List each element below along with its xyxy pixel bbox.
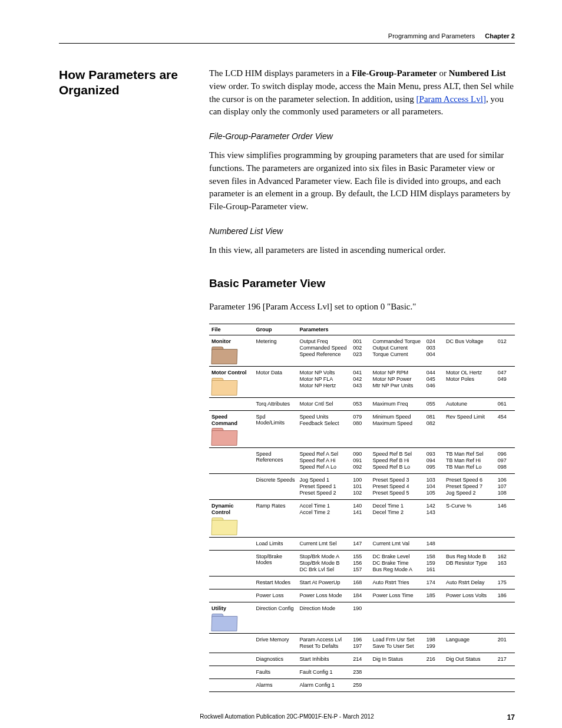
group-cell: Restart Modes: [253, 577, 297, 589]
param-name-cell: Dig In Status: [371, 653, 424, 666]
param-num-cell: [424, 678, 444, 691]
param-name-cell: [371, 666, 424, 678]
table-row: Drive MemoryParam Access LvlReset To Def…: [209, 633, 515, 653]
param-name-cell: Auto Rstrt Delay: [444, 577, 495, 589]
param-num-cell: 184: [351, 589, 370, 602]
table-row: Motor ControlMotor DataMotor NP VoltsMot…: [209, 367, 515, 398]
param-num-cell: 090091092: [351, 448, 370, 474]
param-num-cell: 140141: [351, 500, 370, 538]
param-num-cell: 079080: [351, 410, 370, 448]
folder-icon: [211, 428, 237, 444]
param-num-cell: 012: [495, 335, 515, 367]
group-cell: Speed References: [253, 448, 297, 474]
param-num-cell: 201: [495, 633, 515, 653]
param-name-cell: Param Access LvlReset To Defalts: [297, 633, 351, 653]
param-num-cell: 093094095: [424, 448, 444, 474]
param-name-cell: S-Curve %: [444, 500, 495, 538]
page-header: Programming and Parameters Chapter 2: [59, 32, 515, 44]
numbered-list-body: In this view, all parameters are listed …: [209, 244, 515, 257]
file-cell: [209, 538, 253, 551]
header-chapter: Chapter 2: [485, 32, 515, 39]
param-num-cell: 044045046: [424, 367, 444, 398]
param-name-cell: Maximum Freq: [371, 397, 424, 410]
param-num-cell: 100101102: [351, 474, 370, 500]
table-row: AlarmsAlarm Config 1259: [209, 678, 515, 691]
file-label: Motor Control: [211, 370, 251, 376]
param-access-lvl-link[interactable]: [Param Access Lvl]: [416, 94, 486, 104]
table-row: Restart ModesStart At PowerUp168Auto Rst…: [209, 577, 515, 589]
param-num-cell: 142143: [424, 500, 444, 538]
param-name-cell: [371, 602, 424, 634]
param-name-cell: Decel Time 1Decel Time 2: [371, 500, 424, 538]
group-cell: Stop/Brake Modes: [253, 551, 297, 577]
param-num-cell: 148: [424, 538, 444, 551]
group-cell: Power Loss: [253, 589, 297, 602]
file-cell: Dynamic Control: [209, 500, 253, 538]
file-cell: [209, 474, 253, 500]
param-name-cell: [444, 678, 495, 691]
param-name-cell: Preset Speed 6Preset Speed 7Jog Speed 2: [444, 474, 495, 500]
file-cell: [209, 448, 253, 474]
param-name-cell: [444, 666, 495, 678]
param-num-cell: 190: [351, 602, 370, 634]
param-name-cell: Speed UnitsFeedback Select: [297, 410, 351, 448]
file-cell: [209, 653, 253, 666]
param-num-cell: [495, 678, 515, 691]
param-name-cell: Start At PowerUp: [297, 577, 351, 589]
param-name-cell: Preset Speed 3Preset Speed 4Preset Speed…: [371, 474, 424, 500]
table-row: Load LimitsCurrent Lmt Sel147Current Lmt…: [209, 538, 515, 551]
param-num-cell: 168: [351, 577, 370, 589]
param-num-cell: 217: [495, 653, 515, 666]
param-num-cell: 047049: [495, 367, 515, 398]
parameters-table: File Group Parameters MonitorMeteringOut…: [209, 324, 515, 692]
param-num-cell: 147: [351, 538, 370, 551]
param-name-cell: TB Man Ref SelTB Man Ref HiTB Man Ref Lo: [444, 448, 495, 474]
param-num-cell: 155156157: [351, 551, 370, 577]
param-name-cell: Rev Speed Limit: [444, 410, 495, 448]
table-row: Dynamic ControlRamp RatesAccel Time 1Acc…: [209, 500, 515, 538]
file-cell: Utility: [209, 602, 253, 634]
th-file: File: [209, 324, 253, 335]
param-name-cell: DC Bus Voltage: [444, 335, 495, 367]
param-num-cell: 259: [351, 678, 370, 691]
folder-icon: [211, 347, 237, 363]
param-num-cell: 216: [424, 653, 444, 666]
param-name-cell: Load Frm Usr SetSave To User Set: [371, 633, 424, 653]
param-name-cell: Speed Ref B SelSpeed Ref B HiSpeed Ref B…: [371, 448, 424, 474]
param-name-cell: Stop/Brk Mode AStop/Brk Mode BDC Brk Lvl…: [297, 551, 351, 577]
param-name-cell: Motor OL HertzMotor Poles: [444, 367, 495, 398]
table-row: Discrete SpeedsJog Speed 1Preset Speed 1…: [209, 474, 515, 500]
param-num-cell: [495, 602, 515, 634]
footer-text: Rockwell Automation Publication 20C-PM00…: [200, 713, 374, 720]
numbered-list-heading: Numbered List View: [209, 226, 515, 236]
param-num-cell: 454: [495, 410, 515, 448]
file-label: Monitor: [211, 338, 251, 345]
param-name-cell: Motor NP RPMMotor NP PowerMtr NP Pwr Uni…: [371, 367, 424, 398]
param-name-cell: Fault Config 1: [297, 666, 351, 678]
group-cell: Motor Data: [253, 367, 297, 398]
group-cell: Spd Mode/Limits: [253, 410, 297, 448]
param-num-cell: 198199: [424, 633, 444, 653]
file-cell: [209, 397, 253, 410]
group-cell: Torq Attributes: [253, 397, 297, 410]
param-name-cell: Start Inhibits: [297, 653, 351, 666]
intro-paragraph: The LCD HIM displays parameters in a Fil…: [209, 67, 515, 118]
param-name-cell: Output FreqCommanded SpeedSpeed Referenc…: [297, 335, 351, 367]
table-row: Speed CommandSpd Mode/LimitsSpeed UnitsF…: [209, 410, 515, 448]
param-name-cell: Speed Ref A SelSpeed Ref A HiSpeed Ref A…: [297, 448, 351, 474]
param-num-cell: 186: [495, 589, 515, 602]
basic-param-caption: Parameter 196 [Param Access Lvl] set to …: [209, 301, 515, 314]
table-row: DiagnosticsStart Inhibits214Dig In Statu…: [209, 653, 515, 666]
param-num-cell: 196197: [351, 633, 370, 653]
param-num-cell: 158159161: [424, 551, 444, 577]
table-row: Speed ReferencesSpeed Ref A SelSpeed Ref…: [209, 448, 515, 474]
group-cell: Diagnostics: [253, 653, 297, 666]
param-name-cell: Power Loss Volts: [444, 589, 495, 602]
file-cell: Speed Command: [209, 410, 253, 448]
param-num-cell: 001002023: [351, 335, 370, 367]
file-cell: [209, 678, 253, 691]
param-name-cell: [371, 678, 424, 691]
param-name-cell: Language: [444, 633, 495, 653]
param-num-cell: 041042043: [351, 367, 370, 398]
file-group-heading: File-Group-Parameter Order View: [209, 131, 515, 141]
